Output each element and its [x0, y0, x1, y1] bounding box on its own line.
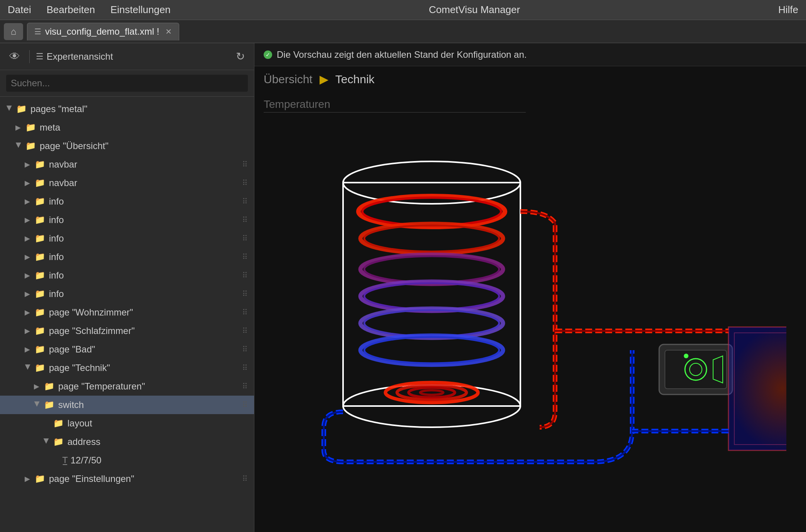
tree-item-label: navbar	[49, 159, 242, 170]
drag-handle-icon[interactable]: ⠿	[242, 289, 248, 299]
main-layout: 👁 ☰ Expertenansicht ↻ ▶📁pages "metal"▶📁m…	[0, 43, 806, 532]
folder-icon: 📁	[35, 178, 45, 188]
expert-label: Expertenansicht	[47, 51, 113, 62]
tree-item-page-einstellungen[interactable]: ▶📁page "Einstellungen"⠿	[0, 470, 254, 488]
status-indicator: ✓	[264, 50, 272, 59]
tab-close-button[interactable]: ✕	[165, 27, 172, 36]
right-panel: ✓ Die Vorschau zeigt den aktuellen Stand…	[254, 43, 806, 532]
tree-arrow-icon: ▶	[15, 123, 22, 132]
drag-handle-icon[interactable]: ⠿	[242, 382, 248, 391]
folder-icon: 📁	[53, 418, 64, 428]
tree-item-pages[interactable]: ▶📁pages "metal"	[0, 100, 254, 118]
breadcrumb-root[interactable]: Übersicht	[264, 73, 313, 86]
drag-handle-icon[interactable]: ⠿	[242, 160, 248, 169]
folder-icon: 📁	[35, 159, 45, 170]
menu-edit[interactable]: Bearbeiten	[47, 4, 95, 16]
refresh-button[interactable]: ↻	[233, 49, 248, 64]
drag-handle-icon[interactable]: ⠿	[242, 234, 248, 243]
tree-item-label: navbar	[49, 178, 242, 188]
tree-item-info5[interactable]: ▶📁info⠿	[0, 266, 254, 285]
drag-handle-icon[interactable]: ⠿	[242, 326, 248, 336]
folder-icon: 📁	[35, 289, 45, 299]
text-icon: T̲	[62, 455, 67, 465]
tree-item-page-technik[interactable]: ▶📁page "Technik"⠿	[0, 359, 254, 377]
status-bar: ✓ Die Vorschau zeigt den aktuellen Stand…	[254, 43, 806, 66]
tree-item-label: meta	[40, 122, 248, 133]
tree-item-layout[interactable]: 📁layout	[0, 414, 254, 433]
drag-handle-icon[interactable]: ⠿	[242, 252, 248, 262]
tree-item-address[interactable]: ▶📁address	[0, 433, 254, 451]
eye-button[interactable]: 👁	[6, 49, 23, 64]
app-title: CometVisu Manager	[186, 4, 763, 16]
tree-item-page-schlafzimmer[interactable]: ▶📁page "Schlafzimmer"⠿	[0, 322, 254, 340]
tab-main[interactable]: ☰ visu_config_demo_flat.xml ! ✕	[27, 23, 179, 40]
tree-item-address-value[interactable]: T̲12/7/50	[0, 451, 254, 470]
tree-item-label: info	[49, 289, 242, 299]
folder-icon: 📁	[35, 215, 45, 225]
tree-item-page-ubersicht[interactable]: ▶📁page "Übersicht"	[0, 137, 254, 155]
menu-settings[interactable]: Einstellungen	[110, 4, 170, 16]
svg-point-4	[362, 198, 501, 225]
drag-handle-icon[interactable]: ⠿	[242, 345, 248, 354]
tree-item-page-temperaturen[interactable]: ▶📁page "Temperaturen"⠿	[0, 377, 254, 396]
tab-file-icon: ☰	[34, 27, 41, 36]
folder-icon: 📁	[35, 474, 45, 484]
drag-handle-icon[interactable]: ⠿	[242, 271, 248, 280]
folder-icon: 📁	[53, 437, 64, 447]
tree-item-label: address	[67, 436, 248, 447]
tree-item-info6[interactable]: ▶📁info⠿	[0, 285, 254, 303]
tree-item-meta[interactable]: ▶📁meta	[0, 118, 254, 137]
menu-bar: Datei Bearbeiten Einstellungen CometVisu…	[0, 0, 806, 20]
menu-help[interactable]: Hilfe	[778, 4, 798, 16]
drag-handle-icon[interactable]: ⠿	[242, 363, 248, 373]
drag-handle-icon[interactable]: ⠿	[242, 178, 248, 188]
menu-file[interactable]: Datei	[8, 4, 31, 16]
drag-handle-icon[interactable]: ⠿	[242, 400, 248, 409]
toolbar-divider	[29, 50, 30, 63]
tree-item-label: info	[49, 252, 242, 262]
svg-rect-20	[665, 350, 727, 389]
expert-icon: ☰	[36, 52, 44, 62]
home-button[interactable]: ⌂	[4, 23, 23, 40]
tree-arrow-icon: ▶	[25, 234, 32, 243]
tree-item-info2[interactable]: ▶📁info⠿	[0, 211, 254, 229]
drag-handle-icon[interactable]: ⠿	[242, 474, 248, 483]
expert-view-button[interactable]: ☰ Expertenansicht	[36, 51, 113, 62]
tree-arrow-icon: ▶	[25, 253, 32, 261]
search-input[interactable]	[6, 75, 248, 92]
tree-item-label: page "Temperaturen"	[58, 381, 242, 392]
temperaturen-link[interactable]: Temperaturen	[264, 98, 526, 112]
svg-point-14	[364, 337, 499, 363]
tree-item-switch[interactable]: ▶📁switch⠿	[0, 396, 254, 414]
tree-item-page-wohnzimmer[interactable]: ▶📁page "Wohnzimmer"⠿	[0, 303, 254, 322]
left-panel: 👁 ☰ Expertenansicht ↻ ▶📁pages "metal"▶📁m…	[0, 43, 254, 532]
folder-icon: 📁	[25, 141, 36, 151]
tree-arrow-icon: ▶	[25, 345, 32, 354]
heating-svg	[285, 123, 786, 470]
svg-rect-26	[729, 327, 786, 450]
tree-item-info1[interactable]: ▶📁info⠿	[0, 192, 254, 211]
svg-point-23	[684, 354, 688, 358]
tree-arrow-icon: ▶	[15, 143, 23, 149]
drag-handle-icon[interactable]: ⠿	[242, 197, 248, 206]
drag-handle-icon[interactable]: ⠿	[242, 215, 248, 225]
folder-icon: 📁	[35, 196, 45, 206]
heating-visualization	[285, 123, 786, 470]
tree-item-navbar1[interactable]: ▶📁navbar⠿	[0, 155, 254, 174]
tree-item-label: info	[49, 196, 242, 207]
folder-icon: 📁	[25, 123, 36, 133]
folder-icon: 📁	[16, 104, 27, 114]
tree-arrow-icon: ▶	[25, 179, 32, 187]
tree-arrow-icon: ▶	[33, 401, 42, 408]
tree-item-info3[interactable]: ▶📁info⠿	[0, 229, 254, 248]
preview-area: Temperaturen	[254, 92, 806, 532]
tree-item-info4[interactable]: ▶📁info⠿	[0, 248, 254, 266]
folder-icon: 📁	[44, 381, 54, 391]
tree-arrow-icon: ▶	[25, 327, 32, 335]
drag-handle-icon[interactable]: ⠿	[242, 308, 248, 317]
tree: ▶📁pages "metal"▶📁meta▶📁page "Übersicht"▶…	[0, 97, 254, 532]
tree-item-page-bad[interactable]: ▶📁page "Bad"⠿	[0, 340, 254, 359]
breadcrumb-current: Technik	[335, 73, 375, 86]
tree-item-navbar2[interactable]: ▶📁navbar⠿	[0, 174, 254, 192]
folder-icon: 📁	[35, 363, 45, 373]
